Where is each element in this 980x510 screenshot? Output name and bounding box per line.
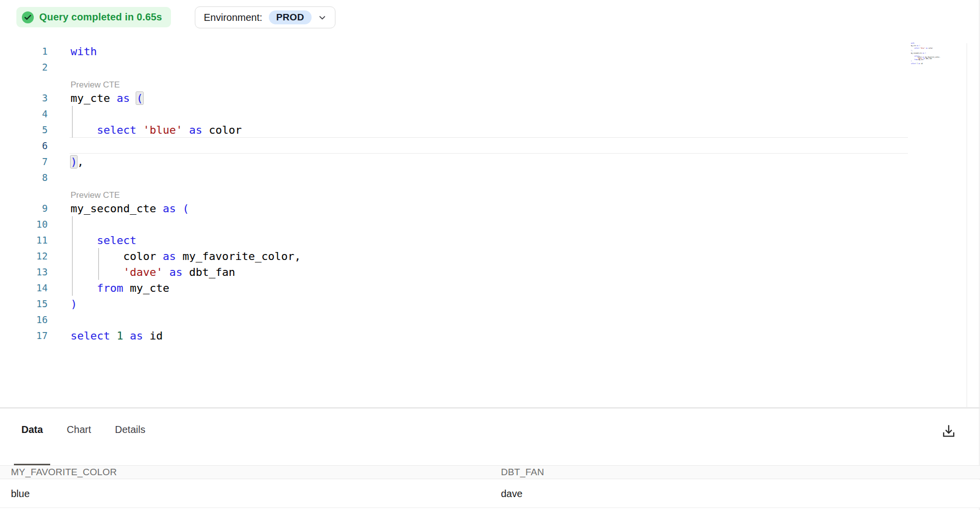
line-number: 6 <box>0 140 48 151</box>
code-line[interactable]: 1with <box>0 43 980 59</box>
line-number: 10 <box>0 219 48 230</box>
preview-cte-button[interactable]: Preview CTE <box>0 75 980 90</box>
tab-data[interactable]: Data <box>14 424 50 465</box>
line-number: 14 <box>0 282 48 293</box>
line-number: 15 <box>0 298 48 309</box>
code-area[interactable]: 1with2Preview CTE3my_cte as (45 select '… <box>0 43 980 343</box>
environment-value-pill: PROD <box>269 10 312 24</box>
tab-chart[interactable]: Chart <box>59 424 98 465</box>
check-circle-icon <box>22 11 34 23</box>
code-line[interactable]: 6 <box>0 138 980 154</box>
line-number: 17 <box>0 330 48 341</box>
code-line[interactable]: 12 color as my_favorite_color, <box>0 248 980 264</box>
minimap-line: select 1 as id <box>911 63 941 65</box>
line-number: 5 <box>0 124 48 135</box>
line-number: 16 <box>0 314 48 325</box>
status-text: Query completed in 0.65s <box>39 11 162 23</box>
table-row: blue dave <box>0 480 980 508</box>
line-number: 9 <box>0 203 48 214</box>
code-line[interactable]: 11 select <box>0 232 980 248</box>
query-editor-app: 1with2Preview CTE3my_cte as (45 select '… <box>0 0 980 510</box>
code-line[interactable]: 10 <box>0 216 980 232</box>
window-right-edge <box>979 0 980 510</box>
line-number: 13 <box>0 266 48 277</box>
code-line[interactable]: 5 select 'blue' as color <box>0 122 980 138</box>
indent-guide <box>98 248 99 280</box>
code-line[interactable]: 4 <box>0 106 980 122</box>
cell-my-favorite-color: blue <box>0 488 490 500</box>
preview-cte-button[interactable]: Preview CTE <box>0 185 980 200</box>
line-number: 11 <box>0 235 48 246</box>
code-line[interactable]: 17select 1 as id <box>0 328 980 343</box>
code-line[interactable]: 8 <box>0 170 980 185</box>
indent-guide <box>72 216 73 296</box>
column-header-dbt-fan: DBT_FAN <box>490 467 980 478</box>
sql-editor[interactable]: 1with2Preview CTE3my_cte as (45 select '… <box>0 0 980 408</box>
minimap[interactable]: withmy_cte as ( select 'blue' as color),… <box>911 43 941 64</box>
overview-ruler[interactable] <box>967 43 979 408</box>
line-number: 8 <box>0 172 48 183</box>
column-header-my-favorite-color: MY_FAVORITE_COLOR <box>0 467 490 478</box>
line-number: 7 <box>0 156 48 167</box>
download-icon <box>941 423 957 439</box>
line-number: 2 <box>0 62 48 73</box>
code-line[interactable]: 9my_second_cte as ( <box>0 200 980 216</box>
indent-guide <box>72 106 73 138</box>
tab-details[interactable]: Details <box>107 424 153 465</box>
environment-label: Environment: <box>204 12 262 23</box>
line-number: 12 <box>0 251 48 261</box>
results-tabs: Data Chart Details <box>14 424 153 465</box>
download-button[interactable] <box>938 421 959 441</box>
results-table-header: MY_FAVORITE_COLOR DBT_FAN <box>0 465 980 479</box>
code-line[interactable]: 3my_cte as ( <box>0 90 980 106</box>
code-line[interactable]: 13 'dave' as dbt_fan <box>0 264 980 280</box>
line-number: 4 <box>0 108 48 119</box>
chevron-down-icon <box>318 13 327 22</box>
environment-selector[interactable]: Environment: PROD <box>195 6 335 28</box>
status-badge: Query completed in 0.65s <box>16 7 171 27</box>
code-line[interactable]: 2 <box>0 59 980 75</box>
code-line[interactable]: 14 from my_cte <box>0 280 980 296</box>
line-number: 3 <box>0 92 48 103</box>
code-line[interactable]: 7), <box>0 154 980 170</box>
code-line[interactable]: 16 <box>0 312 980 328</box>
code-line[interactable]: 15) <box>0 296 980 312</box>
panel-divider[interactable] <box>0 407 980 409</box>
cell-dbt-fan: dave <box>490 488 980 500</box>
line-number: 1 <box>0 46 48 57</box>
